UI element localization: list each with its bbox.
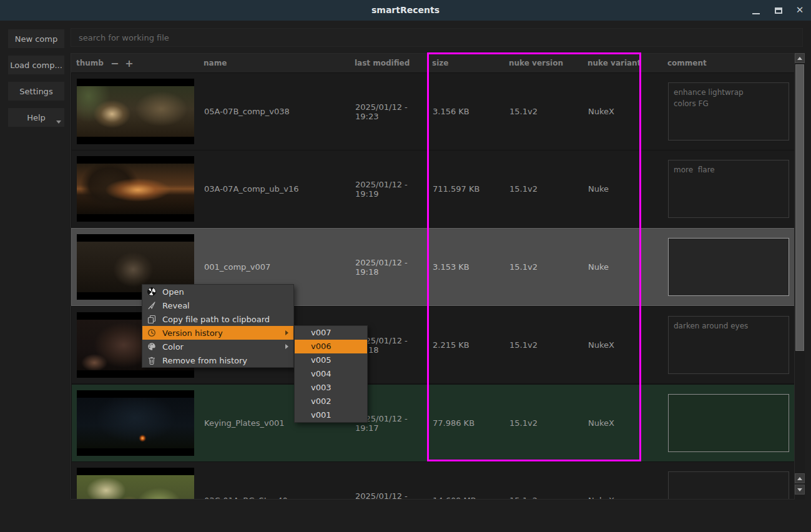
new-comp-label: New comp bbox=[15, 34, 58, 44]
column-header-nuke-variant: nuke variant bbox=[587, 54, 641, 72]
column-header-size: size bbox=[432, 54, 448, 72]
help-label: Help bbox=[27, 113, 46, 122]
file-size: 14.609 MB bbox=[433, 462, 501, 500]
column-header-comment: comment bbox=[667, 54, 707, 72]
settings-label: Settings bbox=[19, 87, 52, 96]
submenu-item-v001[interactable]: v001 bbox=[295, 408, 367, 422]
arrow-up-icon bbox=[797, 477, 802, 480]
column-header-name: name bbox=[204, 54, 227, 72]
nuke-version: 15.1v2 bbox=[509, 150, 572, 227]
maximize-icon bbox=[775, 7, 782, 14]
new-comp-button[interactable]: New comp bbox=[8, 29, 64, 48]
scroll-down-button[interactable] bbox=[795, 485, 805, 495]
file-size: 711.597 KB bbox=[433, 150, 501, 227]
nuke-logo-icon bbox=[147, 287, 157, 297]
last-modified: 2025/01/12 - 19:15 bbox=[355, 462, 430, 500]
recent-comps-table: thumb − + name last modified size nuke v… bbox=[71, 53, 795, 500]
menu-item-version-history[interactable]: Version history bbox=[142, 326, 293, 340]
nuke-version: 15.1v2 bbox=[509, 462, 572, 500]
comment-field[interactable] bbox=[668, 394, 789, 452]
nuke-variant: NukeX bbox=[588, 73, 651, 150]
minimize-icon bbox=[752, 13, 760, 14]
column-header-last-modified: last modified bbox=[355, 54, 410, 72]
comment-field[interactable]: more flare bbox=[668, 160, 789, 218]
scroll-up-button[interactable] bbox=[795, 53, 805, 63]
copy-icon bbox=[147, 314, 157, 324]
close-icon: ✕ bbox=[796, 6, 804, 15]
nuke-variant: Nuke bbox=[588, 150, 651, 227]
table-row[interactable]: 03A-07A_comp_ub_v16 2025/01/12 - 19:19 7… bbox=[72, 150, 795, 227]
comp-name: 03C-01A_BG_SL_v40 bbox=[204, 462, 348, 500]
close-button[interactable]: ✕ bbox=[792, 0, 808, 21]
load-comp-button[interactable]: Load comp... bbox=[8, 56, 64, 74]
submenu-item-v007[interactable]: v007 bbox=[295, 326, 367, 340]
palette-icon bbox=[147, 342, 157, 352]
reveal-cursor-icon bbox=[147, 300, 157, 310]
scrollbar-grip-icon bbox=[797, 206, 804, 217]
nuke-variant: Nuke bbox=[588, 229, 651, 305]
minimize-button[interactable] bbox=[748, 0, 764, 21]
nuke-version: 15.1v2 bbox=[509, 229, 572, 305]
file-size: 2.215 KB bbox=[433, 307, 501, 383]
arrow-down-icon bbox=[797, 488, 802, 491]
thumbnail bbox=[77, 79, 194, 144]
comp-name: 03A-07A_comp_ub_v16 bbox=[204, 150, 348, 227]
file-size: 77.986 KB bbox=[433, 385, 501, 461]
nuke-variant: NukeX bbox=[588, 307, 651, 383]
menu-item-reveal[interactable]: Reveal bbox=[142, 298, 293, 312]
thumbnail bbox=[77, 156, 194, 222]
submenu-item-v004[interactable]: v004 bbox=[295, 367, 367, 381]
version-history-submenu: v007 v006 v005 v004 v003 v002 v001 bbox=[294, 325, 368, 423]
trash-icon bbox=[147, 355, 157, 365]
nuke-variant: NukeX bbox=[588, 462, 651, 500]
nuke-version: 15.1v2 bbox=[509, 307, 572, 383]
submenu-arrow-icon bbox=[285, 344, 288, 349]
thumbnail bbox=[77, 468, 194, 500]
menu-item-copy-path[interactable]: Copy file path to clipboard bbox=[142, 312, 293, 326]
submenu-item-v005[interactable]: v005 bbox=[295, 353, 367, 367]
load-comp-label: Load comp... bbox=[10, 61, 62, 70]
menu-item-remove-from-history[interactable]: Remove from history bbox=[142, 353, 293, 367]
scrollbar-thumb[interactable] bbox=[795, 64, 804, 351]
thumb-zoom-out-button[interactable]: − bbox=[107, 57, 122, 69]
thumbnail bbox=[77, 390, 194, 456]
maximize-button[interactable] bbox=[770, 0, 787, 21]
file-size: 3.156 KB bbox=[433, 73, 501, 150]
column-header-nuke-version: nuke version bbox=[509, 54, 563, 72]
comment-field[interactable]: darken around eyes bbox=[668, 316, 789, 374]
thumb-zoom-in-button[interactable]: + bbox=[122, 57, 136, 69]
settings-button[interactable]: Settings bbox=[8, 82, 64, 101]
file-size: 3.153 KB bbox=[433, 229, 501, 305]
chevron-down-icon bbox=[56, 121, 61, 124]
menu-item-open[interactable]: Open bbox=[142, 285, 293, 298]
submenu-item-v002[interactable]: v002 bbox=[295, 395, 367, 408]
comp-name: 05A-07B_comp_v038 bbox=[204, 73, 348, 150]
submenu-item-v003[interactable]: v003 bbox=[295, 381, 367, 395]
nuke-version: 15.1v2 bbox=[509, 73, 572, 150]
vertical-scrollbar[interactable] bbox=[795, 53, 805, 500]
help-button[interactable]: Help bbox=[8, 108, 64, 127]
window-title: smartRecents bbox=[0, 0, 811, 21]
nuke-variant: NukeX bbox=[588, 385, 651, 461]
context-menu: Open Reveal Copy file path to clipboard … bbox=[142, 284, 294, 368]
comment-field[interactable] bbox=[668, 471, 789, 500]
scroll-up-button-bottom[interactable] bbox=[795, 473, 805, 483]
last-modified: 2025/01/12 - 19:19 bbox=[355, 150, 430, 227]
table-row[interactable]: 05A-07B_comp_v038 2025/01/12 - 19:23 3.1… bbox=[72, 73, 795, 150]
smartrecents-window: smartRecents ✕ New comp Load comp... Set… bbox=[0, 0, 811, 532]
menu-item-color[interactable]: Color bbox=[142, 340, 293, 353]
last-modified: 2025/01/12 - 19:18 bbox=[355, 229, 430, 305]
search-input[interactable] bbox=[71, 28, 803, 47]
table-row-green[interactable]: Keying_Plates_v001 2025/01/12 - 19:17 77… bbox=[72, 385, 795, 461]
last-modified: 2025/01/12 - 19:23 bbox=[355, 73, 430, 150]
submenu-item-v006[interactable]: v006 bbox=[295, 340, 367, 353]
titlebar: smartRecents ✕ bbox=[0, 0, 811, 21]
arrow-up-icon bbox=[797, 57, 802, 60]
table-row[interactable]: 03C-01A_BG_SL_v40 2025/01/12 - 19:15 14.… bbox=[72, 462, 795, 500]
clock-icon bbox=[147, 328, 157, 338]
comment-field[interactable] bbox=[668, 238, 789, 296]
comment-field[interactable]: enhance lightwrap colors FG bbox=[668, 82, 789, 140]
footer-bar: Hide on start Open selected Reveal selec… bbox=[0, 500, 811, 532]
column-header-thumb: thumb − + bbox=[76, 54, 137, 72]
submenu-arrow-icon bbox=[285, 330, 288, 335]
